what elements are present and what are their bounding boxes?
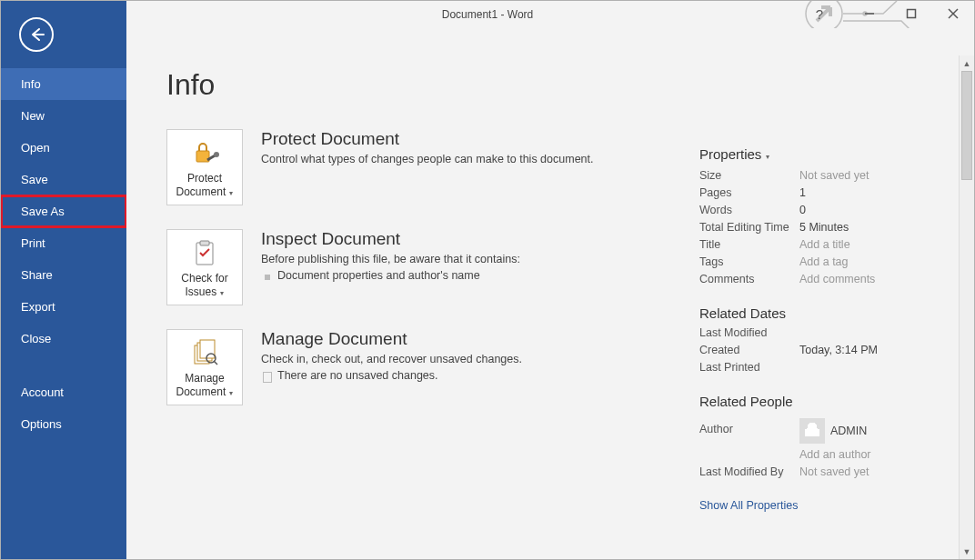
properties-heading[interactable]: Properties ▾ xyxy=(699,146,954,162)
vertical-scrollbar[interactable]: ▲ ▼ xyxy=(959,55,974,559)
sidebar-item-label: Open xyxy=(21,141,50,155)
minimize-icon xyxy=(864,8,875,19)
avatar-icon xyxy=(799,418,825,444)
chevron-down-icon: ▾ xyxy=(218,289,224,297)
check-for-issues-button[interactable]: Check for Issues ▾ xyxy=(166,229,243,305)
close-button[interactable] xyxy=(932,1,974,26)
svg-rect-11 xyxy=(200,241,209,245)
sidebar-item-label: Share xyxy=(21,268,53,282)
section-bullet: Document properties and author's name xyxy=(261,269,520,282)
section-heading: Protect Document xyxy=(261,129,594,149)
close-icon xyxy=(948,8,959,19)
property-row-tags[interactable]: TagsAdd a tag xyxy=(699,255,954,268)
sidebar-item-label: Options xyxy=(21,417,62,431)
protect-document-button[interactable]: Protect Document ▾ xyxy=(166,129,243,205)
related-dates-heading: Related Dates xyxy=(699,305,954,321)
lock-icon xyxy=(189,137,220,170)
sidebar-item-label: Save xyxy=(21,173,48,186)
page-title: Info xyxy=(166,68,960,102)
show-all-properties-link[interactable]: Show All Properties xyxy=(699,499,798,512)
svg-rect-5 xyxy=(908,10,916,18)
minimize-button[interactable] xyxy=(849,1,890,26)
section-heading: Manage Document xyxy=(261,329,522,349)
sidebar-item-close[interactable]: Close xyxy=(1,323,126,355)
app-window: Document1 - Word ? Info New Open Save S xyxy=(0,0,975,560)
property-row-author: Author ADMIN xyxy=(699,415,954,444)
property-row-title[interactable]: TitleAdd a title xyxy=(699,238,954,251)
section-heading: Inspect Document xyxy=(261,229,520,249)
property-row-last-printed: Last Printed xyxy=(699,361,954,374)
backstage-sidebar: Info New Open Save Save As Print Share E… xyxy=(1,1,126,559)
help-button[interactable]: ? xyxy=(801,1,838,26)
property-row-words: Words0 xyxy=(699,204,954,216)
sidebar-item-options[interactable]: Options xyxy=(1,408,126,440)
property-row-created: CreatedToday, 3:14 PM xyxy=(699,344,954,356)
related-people-heading: Related People xyxy=(699,394,954,409)
title-bar: Document1 - Word ? xyxy=(1,1,974,28)
sidebar-item-label: New xyxy=(21,109,45,123)
sidebar-item-label: Account xyxy=(21,385,64,399)
arrow-left-icon xyxy=(27,25,45,44)
sidebar-item-label: Export xyxy=(21,300,55,314)
properties-panel: Properties ▾ SizeNot saved yet Pages1 Wo… xyxy=(699,146,954,513)
sidebar-item-open[interactable]: Open xyxy=(1,132,126,164)
sidebar-item-label: Save As xyxy=(21,205,65,218)
main-area: Info Protect Document ▾ Protect Document… xyxy=(126,28,974,559)
svg-line-16 xyxy=(214,361,217,365)
sidebar-item-info[interactable]: Info xyxy=(1,68,126,100)
sidebar-item-share[interactable]: Share xyxy=(1,259,126,291)
sidebar-item-save[interactable]: Save xyxy=(1,164,126,195)
add-author-link[interactable]: Add an author xyxy=(699,448,954,461)
property-row-size: SizeNot saved yet xyxy=(699,169,954,182)
section-text: Check in, check out, and recover unsaved… xyxy=(261,353,522,365)
window-title: Document1 - Word xyxy=(442,8,533,21)
svg-rect-8 xyxy=(196,151,209,162)
property-row-comments[interactable]: CommentsAdd comments xyxy=(699,273,954,285)
property-row-last-modified: Last Modified xyxy=(699,326,954,339)
sidebar-item-new[interactable]: New xyxy=(1,100,126,132)
sidebar-item-save-as[interactable]: Save As xyxy=(1,195,126,227)
chevron-down-icon: ▾ xyxy=(227,389,233,397)
sidebar-item-label: Info xyxy=(21,77,41,91)
clipboard-check-icon xyxy=(189,237,220,270)
maximize-icon xyxy=(906,8,917,19)
property-row-pages: Pages1 xyxy=(699,186,954,199)
svg-point-9 xyxy=(214,152,219,157)
sidebar-item-label: Close xyxy=(21,332,51,345)
property-row-last-modified-by: Last Modified ByNot saved yet xyxy=(699,465,954,478)
button-label: Manage Document xyxy=(176,372,226,398)
section-bullet: There are no unsaved changes. xyxy=(261,369,522,382)
sidebar-item-export[interactable]: Export xyxy=(1,291,126,323)
button-label: Protect Document xyxy=(176,172,226,198)
scroll-up-arrow[interactable]: ▲ xyxy=(960,55,974,71)
back-button[interactable] xyxy=(19,17,54,52)
sidebar-item-print[interactable]: Print xyxy=(1,227,126,259)
property-row-editing-time: Total Editing Time5 Minutes xyxy=(699,221,954,234)
chevron-down-icon: ▾ xyxy=(227,189,233,197)
section-text: Before publishing this file, be aware th… xyxy=(261,253,520,265)
maximize-button[interactable] xyxy=(890,1,932,26)
chevron-down-icon: ▾ xyxy=(763,153,769,161)
sidebar-menu: Info New Open Save Save As Print Share E… xyxy=(1,68,126,440)
document-stack-icon xyxy=(189,337,220,370)
section-text: Control what types of changes people can… xyxy=(261,153,594,165)
manage-document-button[interactable]: Manage Document ▾ xyxy=(166,329,243,405)
scroll-down-arrow[interactable]: ▼ xyxy=(960,544,974,559)
sidebar-item-label: Print xyxy=(21,236,45,250)
sidebar-item-account[interactable]: Account xyxy=(1,376,126,408)
scroll-thumb[interactable] xyxy=(961,71,972,180)
